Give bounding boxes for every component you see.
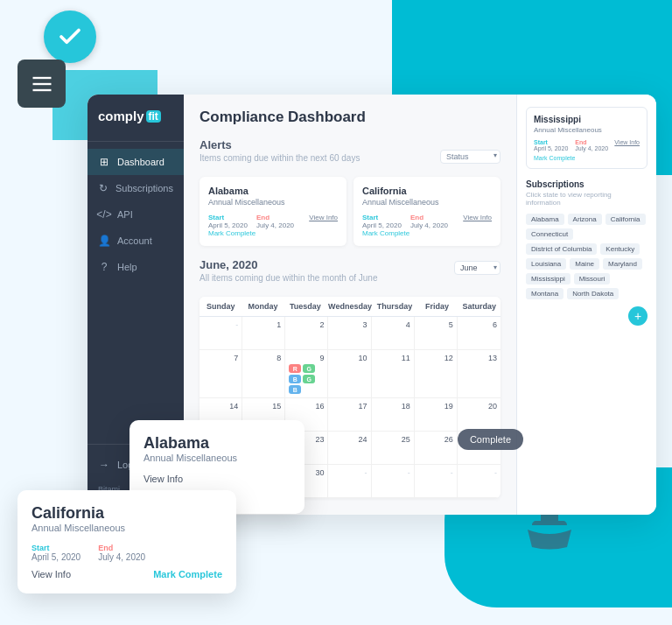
sub-tag-louisiana[interactable]: Louisiana [526, 258, 566, 270]
alert-dates-california: Start April 5, 2020 End July 4, 2020 Mar… [362, 214, 448, 237]
sidebar-item-label: API [117, 209, 133, 220]
code-icon: </> [98, 208, 110, 221]
status-select[interactable]: Status Complete Incomplete Pending [440, 150, 500, 164]
cal-day-thursday: Thursday [374, 297, 416, 317]
calendar-subtitle: All items coming due within the month of… [200, 273, 377, 283]
sub-tag-maine[interactable]: Maine [570, 258, 599, 270]
miss-footer: Start April 5, 2020 End July 4, 2020 Mar… [534, 139, 640, 161]
start-group-ca: Start April 5, 2020 [362, 214, 402, 229]
status-select-wrapper[interactable]: Status Complete Incomplete Pending [440, 147, 500, 164]
end-group: End July 4, 2020 [256, 214, 294, 229]
month-select-wrapper[interactable]: June July August [454, 258, 500, 275]
cal-cell-6: 6 [458, 317, 500, 350]
cal-cell-10: 10 [328, 350, 371, 398]
sub-tag-alabama[interactable]: Alabama [526, 214, 564, 225]
cal-cell-7: 7 [200, 350, 242, 398]
alerts-subtitle: Items coming due within the next 60 days [200, 153, 360, 163]
logo-fit: fit [146, 110, 161, 123]
cal-cell-5: 5 [415, 317, 458, 350]
add-subscription-button[interactable]: + [628, 306, 648, 326]
miss-start-date: April 5, 2020 [534, 145, 568, 151]
miss-state: Mississippi [534, 115, 640, 124]
event-dot-green2: G [303, 375, 315, 383]
end-label-california: End [410, 214, 448, 221]
start-label-alabama: Start [208, 214, 248, 221]
sidebar-item-label: Help [117, 262, 137, 272]
miss-mark-complete[interactable]: Mark Complete [534, 155, 608, 161]
mark-complete-alabama[interactable]: Mark Complete [208, 229, 294, 237]
sub-tag-dc[interactable]: District of Columbia [526, 243, 597, 255]
cal-cell-17: 17 [328, 398, 371, 432]
cal-cell-13: 13 [458, 350, 500, 398]
alert-footer-alabama: Start April 5, 2020 End July 4, 2020 Mar… [208, 214, 338, 237]
sub-subtitle: Click state to view reporting informatio… [526, 191, 648, 207]
month-select[interactable]: June July August [454, 261, 500, 275]
ca-mark-complete[interactable]: Mark Complete [153, 569, 222, 579]
ca-end-group: End July 4, 2020 [98, 544, 145, 562]
end-date-california: July 4, 2020 [410, 221, 448, 229]
sidebar-item-account[interactable]: 👤 Account [88, 228, 184, 254]
sub-tag-mississippi[interactable]: Mississippi [526, 273, 570, 284]
cal-day-saturday: Saturday [458, 297, 500, 317]
sub-tag-maryland[interactable]: Maryland [603, 258, 642, 270]
view-info-california[interactable]: View Info [463, 214, 492, 221]
mark-complete-california[interactable]: Mark Complete [362, 229, 448, 237]
sub-title: Subscriptions [526, 179, 648, 189]
ca-end-label: End [98, 544, 145, 552]
start-group: Start April 5, 2020 [208, 214, 248, 229]
ca-state: California [32, 504, 222, 523]
miss-dates: Start April 5, 2020 End July 4, 2020 Mar… [534, 139, 608, 161]
miss-end-label: End [575, 139, 608, 145]
miss-view-info[interactable]: View Info [614, 139, 640, 145]
sidebar-item-dashboard[interactable]: ⊞ Dashboard [88, 149, 184, 175]
sidebar-item-api[interactable]: </> API [88, 201, 184, 228]
alert-dates-alabama: Start April 5, 2020 End July 4, 2020 Mar… [208, 214, 294, 237]
calendar-title-group: June, 2020 All items coming due within t… [200, 258, 377, 291]
al-view-info[interactable]: View Info [144, 474, 290, 484]
alert-footer-california: Start April 5, 2020 End July 4, 2020 Mar… [362, 214, 492, 237]
start-date-alabama: April 5, 2020 [208, 221, 248, 229]
event-dots: R G B G B [289, 364, 324, 394]
cal-cell-25: 25 [372, 432, 415, 465]
sub-tag-arizona[interactable]: Arizona [568, 214, 602, 225]
list-icon [30, 72, 54, 96]
check-icon [57, 24, 83, 50]
sidebar-item-help[interactable]: ? Help [88, 254, 184, 280]
right-panel: Mississippi Annual Miscellaneous Start A… [516, 95, 656, 515]
cal-day-friday: Friday [416, 297, 458, 317]
cal-cell-11: 11 [372, 350, 415, 398]
miss-date-group: Start April 5, 2020 End July 4, 2020 [534, 139, 608, 151]
cal-cell-24: 24 [328, 432, 371, 465]
sub-tag-montana[interactable]: Montana [526, 288, 564, 299]
cal-cell-empty: - [200, 317, 242, 350]
cal-cell-19: 19 [415, 398, 458, 432]
cal-cell-empty2: - [328, 465, 371, 498]
cal-cell-18: 18 [372, 398, 415, 432]
ca-view-info[interactable]: View Info [32, 569, 71, 579]
sub-tag-ndakota[interactable]: North Dakota [567, 288, 619, 299]
alerts-title-group: Alerts Items coming due within the next … [200, 138, 360, 172]
sub-tag-california[interactable]: California [606, 214, 646, 225]
calendar-header-row: Sunday Monday Tuesday Wednesday Thursday… [200, 297, 500, 317]
sub-tag-kentucky[interactable]: Kentucky [600, 243, 640, 255]
alert-type-alabama: Annual Miscellaneous [208, 198, 338, 207]
alerts-header: Alerts Items coming due within the next … [200, 138, 500, 172]
cal-cell-2: 2 [285, 317, 328, 350]
cal-cell-8: 8 [242, 350, 285, 398]
cal-cell-26: 26 [415, 432, 458, 465]
complete-badge: Complete [458, 429, 523, 450]
mississippi-card: Mississippi Annual Miscellaneous Start A… [526, 107, 648, 169]
sub-tag-connecticut[interactable]: Connecticut [526, 228, 573, 240]
view-info-alabama[interactable]: View Info [309, 214, 338, 221]
end-group-ca: End July 4, 2020 [410, 214, 448, 229]
cal-cell-9: 9 R G B G B [285, 350, 328, 398]
grid-icon: ⊞ [98, 156, 110, 168]
sidebar-item-label: Dashboard [117, 157, 164, 167]
ca-end-date: July 4, 2020 [98, 552, 145, 562]
start-label-california: Start [362, 214, 402, 221]
subscriptions-panel: Subscriptions Click state to view report… [526, 179, 648, 326]
sidebar-item-subscriptions[interactable]: ↻ Subscriptions [88, 175, 184, 201]
sub-tag-missouri[interactable]: Missouri [574, 273, 611, 284]
cal-cell-empty4: - [415, 465, 458, 498]
ca-footer: View Info Mark Complete [32, 569, 222, 579]
